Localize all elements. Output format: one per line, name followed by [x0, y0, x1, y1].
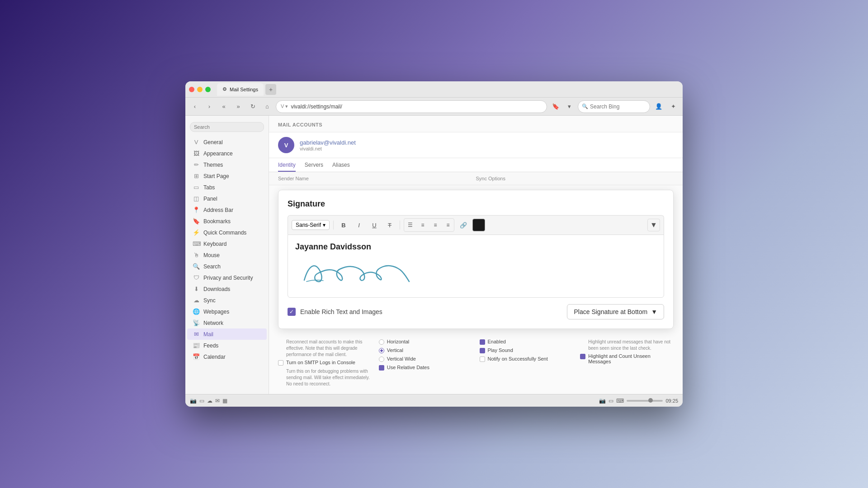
enable-rich-text-label[interactable]: ✓ Enable Rich Text and Images [288, 308, 382, 316]
sidebar-item-address-bar[interactable]: 📍 Address Bar [187, 204, 267, 216]
sidebar-item-calendar[interactable]: 📅 Calendar [187, 351, 267, 362]
sidebar-item-label: Bookmarks [203, 218, 231, 225]
play-sound-checkbox[interactable] [480, 348, 485, 353]
sidebar-item-webpages[interactable]: 🌐 Webpages [187, 306, 267, 317]
unread-col: Highlight unread messages that have not … [580, 339, 674, 389]
vertical-wide-radio[interactable] [379, 357, 384, 362]
enable-rich-text-checkbox[interactable]: ✓ [288, 308, 296, 316]
align-justify-button[interactable]: ≡ [442, 219, 454, 231]
signature-editor[interactable]: Jayanne Davidsson [288, 235, 664, 298]
home-button[interactable]: ⌂ [261, 101, 273, 113]
highlight-count-checkbox[interactable] [580, 354, 585, 359]
search-bar[interactable]: 🔍 [578, 100, 650, 113]
smtp-logs-checkbox[interactable] [278, 360, 283, 366]
privacy-icon: 🛡 [193, 274, 200, 281]
title-bar: ⚙ Mail Settings + [185, 81, 683, 98]
account-row[interactable]: V gabrielav@vivaldi.net vivaldi.net [269, 132, 683, 158]
underline-button[interactable]: U [368, 219, 381, 231]
sidebar-item-network[interactable]: 📡 Network [187, 317, 267, 328]
sidebar-item-appearance[interactable]: 🖼 Appearance [187, 148, 267, 159]
vivaldi-menu-icon[interactable]: ✦ [667, 101, 679, 113]
status-icon-sync[interactable]: ☁ [207, 398, 212, 404]
sidebar-item-label: Keyboard [203, 241, 226, 247]
bold-button[interactable]: B [337, 219, 350, 231]
address-bar-icon: 📍 [193, 206, 200, 213]
sidebar-item-search[interactable]: 🔍 Search [187, 261, 267, 272]
notify-sent-checkbox[interactable] [480, 357, 485, 362]
align-center-button[interactable]: ≡ [417, 219, 429, 231]
address-bar[interactable]: V ▾ [276, 100, 547, 113]
extensions-dropdown[interactable]: ▾ [563, 101, 575, 113]
sidebar-item-tabs[interactable]: ▭ Tabs [187, 182, 267, 193]
minimize-button[interactable] [197, 87, 203, 92]
status-icon-grid[interactable]: ▦ [222, 398, 227, 404]
sidebar-item-keyboard[interactable]: ⌨ Keyboard [187, 238, 267, 249]
maximize-button[interactable] [205, 87, 211, 92]
horizontal-radio[interactable] [379, 339, 384, 345]
back-button[interactable]: ‹ [189, 101, 201, 113]
sidebar-item-feeds[interactable]: 📰 Feeds [187, 340, 267, 351]
play-sound-item: Play Sound [480, 347, 573, 353]
network-icon: 📡 [193, 319, 200, 326]
status-bar-left: 📷 ▭ ☁ ✉ ▦ [190, 398, 227, 404]
enabled-checkbox[interactable] [480, 339, 485, 345]
relative-dates-checkbox[interactable] [379, 365, 384, 371]
status-icon-camera[interactable]: 📷 [190, 398, 197, 404]
sidebar-item-panel[interactable]: ◫ Panel [187, 193, 267, 204]
sidebar-item-sync[interactable]: ☁ Sync [187, 295, 267, 306]
address-input[interactable] [291, 103, 542, 110]
italic-button[interactable]: I [353, 219, 365, 231]
sidebar-item-label: Network [203, 320, 223, 326]
horizontal-item: Horizontal [379, 339, 472, 345]
tab-aliases[interactable]: Aliases [332, 162, 350, 172]
text-color-button[interactable] [472, 219, 485, 231]
align-left-button[interactable]: ☰ [404, 219, 416, 231]
fastforward-button[interactable]: » [232, 101, 244, 113]
sidebar-item-themes[interactable]: ✏ Themes [187, 159, 267, 170]
refresh-button[interactable]: ↻ [247, 101, 259, 113]
vertical-radio[interactable] [379, 348, 384, 353]
search-input[interactable] [590, 103, 646, 110]
tab-label: Mail Settings [230, 87, 258, 92]
sidebar-item-bookmarks[interactable]: 🔖 Bookmarks [187, 216, 267, 227]
status-icon-screenshot[interactable]: 📷 [599, 398, 606, 404]
sidebar-item-privacy-security[interactable]: 🛡 Privacy and Security [187, 272, 267, 283]
close-button[interactable] [189, 87, 194, 92]
status-icon-code[interactable]: ⌨ [616, 398, 624, 404]
font-select[interactable]: Sans-Serif ▾ [292, 220, 330, 230]
notify-sent-item: Notify on Successfully Sent [480, 356, 573, 362]
sidebar-item-general[interactable]: V General [187, 136, 267, 148]
toolbar-expand-button[interactable]: ▼ [647, 219, 660, 231]
rewind-button[interactable]: « [218, 101, 230, 113]
tab-identity[interactable]: Identity [278, 162, 296, 172]
strikethrough-button[interactable]: T [383, 219, 396, 231]
search-nav-icon: 🔍 [193, 263, 200, 270]
bookmarks-icon: 🔖 [193, 218, 200, 225]
navigation-bar: ‹ › « » ↻ ⌂ V ▾ 🔖 ▾ 🔍 👤 ✦ [185, 98, 683, 116]
mail-settings-tab[interactable]: ⚙ Mail Settings [217, 83, 264, 96]
smtp-settings-col: Reconnect mail accounts to make this eff… [278, 339, 372, 389]
status-icon-window[interactable]: ▭ [609, 398, 613, 404]
bookmarks-icon[interactable]: 🔖 [550, 101, 561, 113]
forward-button[interactable]: › [203, 101, 215, 113]
tab-servers[interactable]: Servers [305, 162, 323, 172]
sidebar-item-mouse[interactable]: 🖱 Mouse [187, 249, 267, 261]
user-icon[interactable]: 👤 [653, 101, 665, 113]
lock-icon: V ▾ [281, 103, 288, 109]
new-tab-button[interactable]: + [265, 84, 276, 95]
sidebar-search-input[interactable] [190, 122, 264, 132]
sidebar-item-mail[interactable]: ✉ Mail [187, 328, 267, 340]
font-dropdown-icon: ▾ [323, 222, 326, 228]
status-icon-mail[interactable]: ✉ [215, 398, 220, 404]
status-icon-panel[interactable]: ▭ [199, 398, 204, 404]
sidebar-item-start-page[interactable]: ⊞ Start Page [187, 170, 267, 182]
sidebar: V General 🖼 Appearance ✏ Themes ⊞ Start … [185, 116, 269, 394]
zoom-slider[interactable] [627, 400, 663, 402]
link-button[interactable]: 🔗 [457, 219, 470, 231]
sidebar-item-downloads[interactable]: ⬇ Downloads [187, 283, 267, 295]
sync-options-header: Sync Options [476, 176, 674, 181]
sidebar-item-quick-commands[interactable]: ⚡ Quick Commands [187, 227, 267, 238]
placement-dropdown[interactable]: Place Signature at Bottom ▼ [567, 304, 664, 319]
sidebar-item-label: Themes [203, 162, 223, 168]
align-right-button[interactable]: ≡ [429, 219, 441, 231]
